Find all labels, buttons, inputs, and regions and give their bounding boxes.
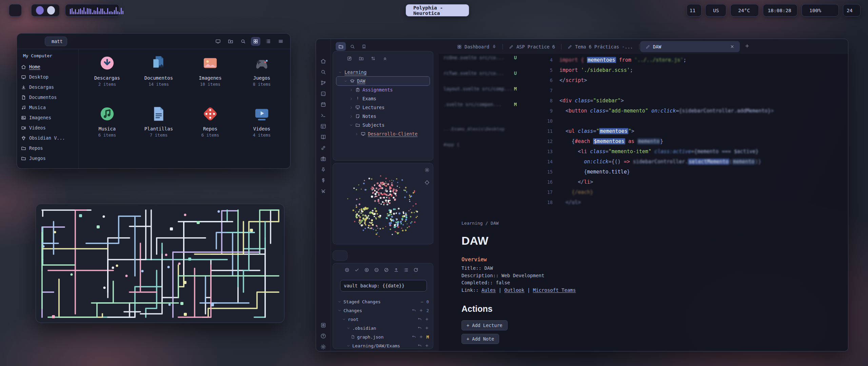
ribbon-dice-icon[interactable] [320, 91, 326, 98]
ribbon-home-icon[interactable] [320, 58, 326, 65]
note-link-aules[interactable]: Aules [481, 287, 496, 293]
folder-imagenes[interactable]: Imagenes10 items [184, 51, 236, 102]
stage-icon[interactable] [425, 344, 429, 348]
forward-button[interactable] [33, 37, 42, 46]
tree-item-assignments[interactable]: Assignments [336, 85, 430, 94]
discard-icon[interactable] [418, 326, 422, 330]
ribbon-search-icon[interactable] [320, 69, 326, 76]
tree-item-daw[interactable]: DAW [336, 77, 430, 85]
keyboard-layout-widget[interactable]: US [705, 4, 726, 17]
tree-item-exams[interactable]: Exams [336, 94, 430, 103]
editor-pane[interactable]: rcOne.svelte src/co...UrcTwo.svelte src/… [439, 54, 848, 351]
sidebar-item-videos[interactable]: Videos [21, 123, 78, 133]
git-row-obsidian[interactable]: .obsidian [333, 324, 433, 332]
sidebar-item-home[interactable]: Home [21, 62, 78, 72]
tab-tema-6-pr-cticas[interactable]: Tema 6 Prácticas -... [562, 41, 638, 52]
git-check-button[interactable] [354, 267, 359, 274]
git-row-changes[interactable]: Changes2 [333, 306, 433, 315]
note-link-microsoft-teams[interactable]: Microsoft Teams [533, 287, 576, 293]
tab-dashboard[interactable]: Dashboard [452, 41, 502, 52]
ribbon-terminal-icon[interactable] [320, 113, 326, 120]
workspace-widget[interactable]: 11 [687, 4, 702, 17]
ribbon-swords-icon[interactable] [320, 188, 326, 196]
music-widget[interactable]: Polyphia - Neurotica [406, 4, 469, 17]
panel-tab-search[interactable] [347, 42, 357, 51]
tree-item-notes[interactable]: Notes [336, 112, 430, 121]
folder-documentos[interactable]: Documentos14 items [133, 51, 184, 102]
display-view-button[interactable] [213, 37, 223, 46]
folder-musica[interactable]: Musica6 items [81, 102, 133, 153]
ribbon-help-icon[interactable] [320, 333, 326, 340]
sidebar-item-descargas[interactable]: Descargas [21, 82, 78, 92]
discard-icon[interactable] [412, 308, 416, 312]
explorer-collapse-button[interactable] [382, 56, 388, 62]
git-row-staged-changes[interactable]: Staged Changes—0 [333, 297, 433, 306]
button-add-lecture[interactable]: + Add Lecture [461, 320, 508, 330]
sidebar-header[interactable]: My Computer [21, 53, 78, 58]
panel-tab-folder[interactable] [336, 42, 346, 51]
git-slash-circle-button[interactable] [384, 267, 389, 274]
grid-view-button[interactable] [251, 37, 260, 46]
clock-widget[interactable]: 18:08:28 [763, 4, 797, 17]
discard-icon[interactable] [418, 317, 422, 321]
discard-icon[interactable] [412, 335, 416, 339]
tree-item-lectures[interactable]: Lectures [336, 103, 430, 112]
menu-view-button[interactable] [276, 37, 285, 46]
ribbon-layout-icon[interactable] [320, 123, 326, 130]
folder-plus-view-button[interactable] [226, 37, 235, 46]
file-manager-header[interactable]: matt [17, 34, 290, 49]
ribbon-gear-icon[interactable] [320, 344, 326, 351]
ribbon-camera-icon[interactable] [320, 156, 326, 163]
panel-tab-bookmark[interactable] [359, 42, 369, 51]
ribbon-pin-icon[interactable] [320, 167, 326, 174]
ribbon-git-icon[interactable] [320, 80, 326, 87]
stage-icon[interactable] [425, 317, 429, 321]
folder-plantillas[interactable]: Plantillas7 items [133, 102, 184, 153]
git-row-graph-json[interactable]: graph.jsonM [333, 332, 433, 341]
discard-icon[interactable] [418, 344, 422, 348]
git-panel-tab[interactable] [333, 250, 348, 261]
stage-icon[interactable] [419, 308, 423, 312]
tab-daw[interactable]: DAW [640, 41, 740, 52]
close-icon[interactable] [730, 44, 734, 49]
breadcrumb[interactable]: matt [45, 37, 67, 46]
graph-target-button[interactable] [425, 180, 430, 186]
tab-asp-practice-6[interactable]: ASP Practice 6 [504, 41, 560, 52]
tree-item-learning[interactable]: Learning [336, 68, 430, 77]
git-row-learning-daw-exams[interactable]: Learning/DAW/Exams [333, 341, 433, 350]
notifications-widget[interactable]: 24 [843, 4, 861, 17]
note-link-outlook[interactable]: Outlook [504, 287, 524, 293]
back-button[interactable] [22, 37, 31, 46]
sidebar-item-documentos[interactable]: Documentos [21, 92, 78, 102]
weather-widget[interactable]: 24°C [730, 4, 759, 17]
git-upload-button[interactable] [394, 267, 399, 274]
git-refresh-button[interactable] [413, 267, 418, 274]
color-picker-button[interactable] [36, 6, 44, 15]
sidebar-item-musica[interactable]: Musica [21, 102, 78, 113]
stage-icon[interactable] [425, 326, 429, 330]
ribbon-vault-icon[interactable] [320, 322, 326, 329]
new-tab-button[interactable] [745, 43, 750, 50]
folder-descargas[interactable]: Descargas2 items [81, 51, 133, 102]
notes-button[interactable] [47, 6, 55, 15]
button-add-note[interactable]: + Add Note [461, 334, 499, 344]
ribbon-calendar-icon[interactable] [320, 102, 326, 109]
git-minus-circle-button[interactable] [374, 267, 379, 274]
folder-juegos[interactable]: Juegos8 items [236, 51, 288, 102]
explorer-sort-button[interactable] [371, 56, 376, 62]
commit-message-input[interactable] [340, 280, 427, 291]
explorer-folder-plus-button[interactable] [359, 56, 364, 62]
tree-item-subjects[interactable]: Subjects [336, 121, 430, 129]
sidebar-item-obsidian-v[interactable]: Obsidian V... [21, 133, 78, 143]
git-row-root[interactable]: root [333, 315, 433, 324]
folder-videos[interactable]: Videos4 items [236, 102, 288, 153]
ribbon-dollar-icon[interactable] [320, 178, 326, 185]
graph-view[interactable] [333, 163, 433, 244]
ribbon-link-icon[interactable] [320, 145, 326, 152]
stage-icon[interactable] [419, 335, 423, 339]
ribbon-book-icon[interactable] [320, 134, 326, 141]
folder-repos[interactable]: Repos6 items [184, 102, 236, 153]
tree-item-desarrollo-cliente[interactable]: Desarrollo-Cliente [336, 129, 430, 138]
git-circle-dot-button[interactable] [344, 267, 350, 274]
graph-gear-button[interactable] [425, 167, 430, 174]
